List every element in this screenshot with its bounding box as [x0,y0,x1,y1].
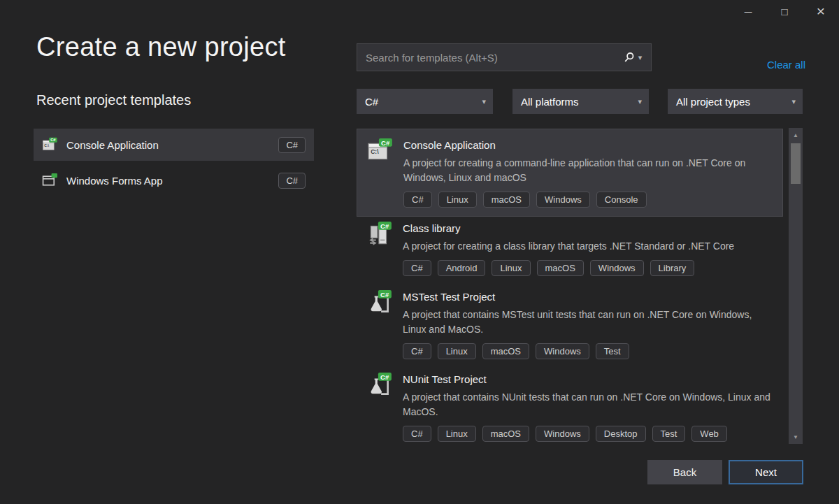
template-title: MSTest Test Project [403,291,773,303]
template-item-mstest-test-project[interactable]: C# MSTest Test Project A project that co… [357,281,783,368]
platform-dropdown-value: All platforms [521,96,579,108]
template-item-console-application[interactable]: C:\ C# Console Application A project for… [357,129,783,217]
clear-all-link[interactable]: Clear all [767,59,805,71]
tag: Linux [438,192,477,208]
language-badge: C# [278,173,306,189]
console-app-icon: C:\ C# [367,138,394,164]
template-tags: C# Linux macOS Windows Test [403,343,773,359]
window-controls: ─ □ × [730,0,839,22]
tag: Test [652,426,686,442]
template-description: A project for creating a class library t… [403,239,734,254]
tag: Linux [438,343,476,359]
chevron-down-icon: ▾ [791,98,796,106]
template-item-nunit-test-project[interactable]: C# NUnit Test Project A project that con… [357,363,783,450]
tag: Windows [536,343,589,359]
template-title: NUnit Test Project [403,373,773,385]
recent-item-label: Windows Forms App [66,175,270,187]
tag: Desktop [596,426,646,442]
recent-item-windows-forms-app[interactable]: Windows Forms App C# [34,164,314,196]
scroll-up-icon[interactable]: ▲ [789,129,803,141]
tag: Windows [536,426,589,442]
test-project-icon: C# [366,289,393,316]
tag: C# [403,260,431,276]
svg-text:C#: C# [380,222,389,230]
console-app-icon: C:\ C# [42,137,58,153]
next-button[interactable]: Next [729,460,803,484]
tag: Windows [536,192,590,208]
search-box: ▾ [357,43,652,71]
template-item-class-library[interactable]: C# Class library A project for creating … [357,213,783,285]
language-badge: C# [278,137,306,153]
search-input[interactable] [357,52,615,64]
language-dropdown-value: C# [365,96,378,108]
minimize-button[interactable]: ─ [730,0,766,22]
class-library-icon: C# [366,221,393,247]
close-button[interactable]: × [803,0,839,22]
svg-text:C#: C# [380,373,389,381]
recent-item-label: Console Application [66,139,270,151]
template-tags: C# Linux macOS Windows Console [403,192,773,208]
tag: C# [403,192,432,208]
template-title: Class library [403,222,734,234]
language-dropdown[interactable]: C# ▾ [357,89,493,114]
template-title: Console Application [403,139,773,151]
tag: macOS [537,260,584,276]
test-project-icon: C# [366,372,393,398]
template-tags: C# Android Linux macOS Windows Library [403,260,734,276]
recent-templates-list: C:\ C# Console Application C# Windows Fo… [34,129,314,200]
tag: Test [596,343,629,359]
project-type-dropdown[interactable]: All project types ▾ [668,89,803,114]
tag: macOS [483,192,530,208]
template-description: A project for creating a command-line ap… [403,156,773,185]
svg-text:C:\: C:\ [371,148,379,155]
search-icon [624,52,635,63]
winforms-icon [42,173,58,189]
tag: C# [403,343,431,359]
search-button[interactable]: ▾ [615,44,651,71]
tag: Linux [492,260,530,276]
tag: Console [596,192,647,208]
svg-text:C:\: C:\ [44,143,49,147]
svg-text:C#: C# [50,138,56,142]
template-list-scrollbar[interactable]: ▲ ▼ [789,128,803,444]
tag: Android [438,260,486,276]
tag: C# [403,426,431,442]
tag: Library [650,260,695,276]
tag: macOS [482,426,529,442]
tag: Web [691,426,727,442]
back-button[interactable]: Back [647,460,722,484]
scrollbar-thumb[interactable] [791,143,801,184]
page-title: Create a new project [36,32,286,62]
svg-text:C#: C# [380,291,389,298]
template-description: A project that contains NUnit tests that… [403,390,773,419]
recent-item-console-application[interactable]: C:\ C# Console Application C# [34,129,314,161]
tag: Windows [590,260,644,276]
search-options-caret-icon[interactable]: ▾ [638,54,643,62]
maximize-button[interactable]: □ [766,0,803,22]
tag: Linux [438,426,476,442]
tag: macOS [482,343,529,359]
recent-templates-heading: Recent project templates [36,92,191,108]
svg-text:C#: C# [381,139,390,147]
template-description: A project that contains MSTest unit test… [403,308,773,337]
template-tags: C# Linux macOS Windows Desktop Test Web [403,426,773,442]
chevron-down-icon: ▾ [638,98,642,106]
scroll-down-icon[interactable]: ▼ [789,431,803,442]
chevron-down-icon: ▾ [482,98,486,106]
project-type-dropdown-value: All project types [676,96,750,108]
platform-dropdown[interactable]: All platforms ▾ [512,89,649,114]
